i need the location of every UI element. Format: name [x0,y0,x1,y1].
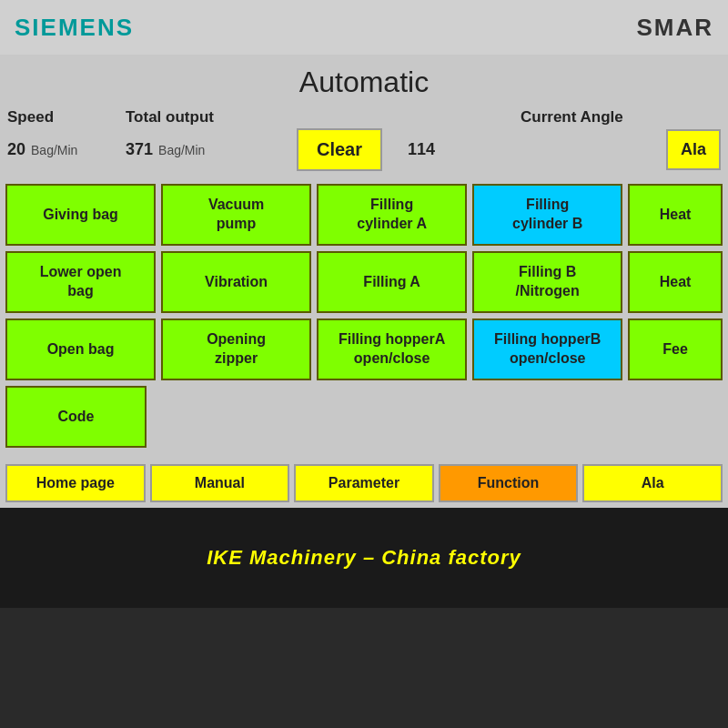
main-panel: Automatic Speed Total output Current Ang… [0,55,728,508]
alarm-button[interactable]: Ala [666,129,721,170]
siemens-logo: SIEMENS [15,14,134,42]
home-page-button[interactable]: Home page [5,464,146,502]
total-label: Total output [126,108,289,126]
speed-value: 20 [7,140,25,159]
opening-zipper-button[interactable]: Openingzipper [161,318,311,380]
grid-row-2: Lower openbag Vibration Filling A Fillin… [5,251,723,313]
filling-hopper-b-button[interactable]: Filling hopperBopen/close [472,318,622,380]
filling-b-nitrogen-button[interactable]: Filling B/Nitrogen [472,251,622,313]
filling-hopper-a-button[interactable]: Filling hopperAopen/close [317,318,467,380]
grid-row-1: Giving bag Vacuumpump Fillingcylinder A … [5,184,723,246]
vacuum-pump-button[interactable]: Vacuumpump [161,184,311,246]
grid-row-4: Code [5,386,723,448]
grid-row-3: Open bag Openingzipper Filling hopperAop… [5,318,723,380]
bottom-dark: IKE Machinery – China factory [0,508,728,608]
angle-value: 114 [408,140,435,159]
heat-button-2[interactable]: Heat [628,251,723,313]
filling-cylinder-a-button[interactable]: Fillingcylinder A [317,184,467,246]
clear-button[interactable]: Clear [297,128,382,171]
filling-a-button[interactable]: Filling A [317,251,467,313]
grid-area: Giving bag Vacuumpump Fillingcylinder A … [0,178,728,459]
speed-unit: Bag/Min [31,143,77,157]
total-value: 371 [126,140,153,159]
angle-label: Current Angle [521,108,666,126]
filling-cylinder-b-button[interactable]: Fillingcylinder B [472,184,622,246]
bottom-nav: Home page Manual Parameter Function Ala [0,459,728,508]
brand-text: IKE Machinery – China factory [207,546,521,570]
open-bag-button[interactable]: Open bag [5,318,156,380]
code-button[interactable]: Code [5,386,147,448]
parameter-button[interactable]: Parameter [294,464,434,502]
lower-open-bag-button[interactable]: Lower openbag [5,251,156,313]
fee-button[interactable]: Fee [628,318,723,380]
smar-text: SMAR [636,14,713,42]
top-bar: SIEMENS SMAR [0,0,728,55]
ala-button[interactable]: Ala [582,464,723,502]
giving-bag-button[interactable]: Giving bag [5,184,156,246]
page-title: Automatic [0,55,728,106]
total-unit: Bag/Min [158,143,205,157]
manual-button[interactable]: Manual [150,464,290,502]
speed-label: Speed [7,108,98,126]
vibration-button[interactable]: Vibration [161,251,311,313]
function-button[interactable]: Function [439,464,579,502]
heat-button-1[interactable]: Heat [628,184,723,246]
